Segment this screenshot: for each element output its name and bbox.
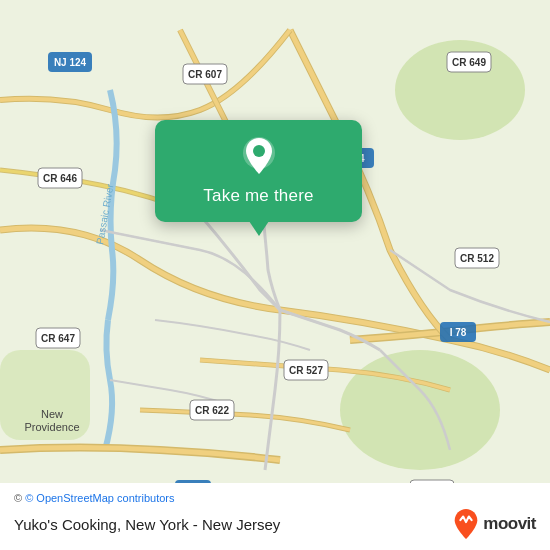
svg-text:I 78: I 78 [450,327,467,338]
svg-point-33 [253,145,265,157]
svg-text:CR 647: CR 647 [41,333,75,344]
map-attribution: © © OpenStreetMap contributors [14,492,536,504]
place-name: Yuko's Cooking, New York - New Jersey [14,516,280,533]
moovit-logo-text: moovit [483,514,536,534]
svg-text:CR 527: CR 527 [289,365,323,376]
svg-text:CR 512: CR 512 [460,253,494,264]
bottom-bar: © © OpenStreetMap contributors Yuko's Co… [0,483,550,550]
map-container: NJ 124 CR 607 CR 649 CR 646 (649) 24 CR … [0,0,550,550]
svg-text:Providence: Providence [24,421,79,433]
svg-text:New: New [41,408,63,420]
svg-text:CR 622: CR 622 [195,405,229,416]
svg-point-1 [340,350,500,470]
svg-text:CR 607: CR 607 [188,69,222,80]
moovit-pin-icon [453,508,479,540]
svg-text:CR 646: CR 646 [43,173,77,184]
location-pin-icon [237,134,281,178]
tooltip-card[interactable]: Take me there [155,120,362,222]
take-me-there-button[interactable]: Take me there [203,186,313,206]
osm-link[interactable]: © OpenStreetMap contributors [25,492,174,504]
svg-text:NJ 124: NJ 124 [54,57,87,68]
moovit-logo: moovit [453,508,536,540]
svg-text:CR 649: CR 649 [452,57,486,68]
map-roads: NJ 124 CR 607 CR 649 CR 646 (649) 24 CR … [0,0,550,550]
